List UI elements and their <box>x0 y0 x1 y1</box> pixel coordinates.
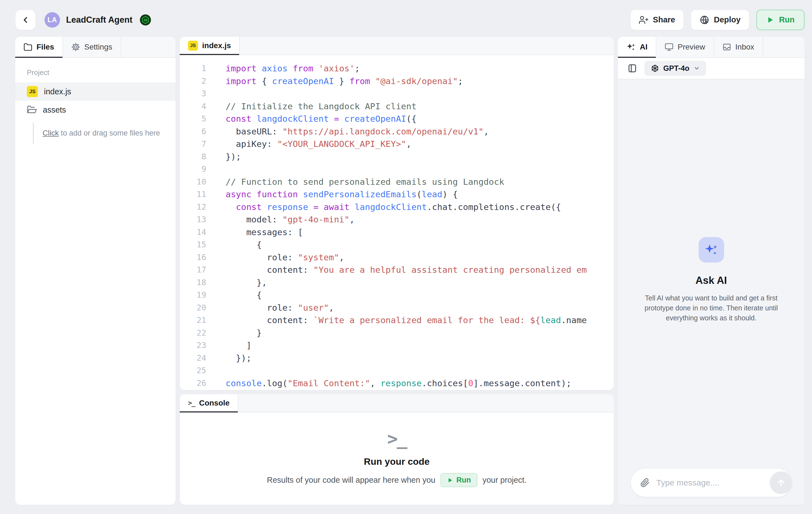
line-number: 6 <box>180 125 206 138</box>
play-icon <box>447 477 453 483</box>
chevron-left-icon <box>21 15 30 25</box>
chat-input-bar <box>631 468 792 497</box>
back-button[interactable] <box>15 10 36 30</box>
sidebar-tabstrip: Files Settings <box>15 37 176 58</box>
folder-icon <box>24 43 32 51</box>
file-tree: Project JS index.js assets Click to add … <box>15 58 176 143</box>
javascript-file-icon: JS <box>188 40 198 51</box>
code-line <box>226 364 614 377</box>
line-number: 16 <box>180 251 206 264</box>
code-line: async function sendPersonalizedEmails(le… <box>226 188 614 201</box>
code-line: // Function to send personalized emails … <box>226 176 614 188</box>
code-line: role: "user", <box>226 301 614 314</box>
tab-console[interactable]: >_ Console <box>180 394 238 412</box>
arrow-up-icon <box>776 478 786 488</box>
line-number: 17 <box>180 264 206 276</box>
console-empty-title: Run your code <box>364 456 430 467</box>
line-number: 13 <box>180 213 206 226</box>
ai-empty-state: Ask AI Tell AI what you want to build an… <box>618 237 805 323</box>
editor-tabstrip: JS index.js <box>180 37 614 55</box>
globe-deploy-icon <box>699 15 709 25</box>
code-line: import axios from 'axios'; <box>226 62 614 75</box>
monitor-icon <box>665 43 673 51</box>
code-line: content: "You are a helpful assistant cr… <box>226 264 614 276</box>
tab-inbox-label: Inbox <box>735 43 754 51</box>
line-number: 7 <box>180 138 206 151</box>
line-number: 15 <box>180 239 206 251</box>
code-line: // Initialize the Langdock API client <box>226 100 614 113</box>
line-number: 8 <box>180 151 206 163</box>
file-name: index.js <box>44 87 71 96</box>
tab-inbox[interactable]: Inbox <box>714 37 763 57</box>
message-input[interactable] <box>656 478 763 487</box>
ai-panel-body: Ask AI Tell AI what you want to build an… <box>618 79 805 505</box>
terminal-icon: >_ <box>188 399 195 407</box>
line-number: 19 <box>180 289 206 301</box>
code-line: const response = await langdockClient.ch… <box>226 201 614 214</box>
sparkles-icon <box>704 243 719 257</box>
console-tabstrip-filler <box>238 394 614 412</box>
file-row-indexjs[interactable]: JS index.js <box>15 82 176 101</box>
line-number: 11 <box>180 188 206 201</box>
code-line: messages: [ <box>226 226 614 239</box>
line-number: 18 <box>180 276 206 289</box>
code-line: { <box>226 289 614 301</box>
code-line: role: "system", <box>226 251 614 264</box>
files-sidebar: Files Settings Project JS index.js <box>15 37 176 505</box>
openai-logo-icon <box>650 64 659 73</box>
line-number: 4 <box>180 100 206 113</box>
tab-settings[interactable]: Settings <box>63 37 121 57</box>
console-empty-state: >_ Run your code Results of your code wi… <box>180 412 614 505</box>
panel-toggle-button[interactable] <box>627 63 637 73</box>
tab-ai[interactable]: AI <box>618 37 656 57</box>
code-line: baseURL: "https://api.langdock.com/opena… <box>226 125 614 138</box>
line-number: 22 <box>180 327 206 340</box>
ai-panel: AI Preview Inbox <box>618 37 805 505</box>
tab-preview-label: Preview <box>678 43 705 51</box>
code-editor[interactable]: 1234567891011121314151617181920212223242… <box>180 55 614 390</box>
ask-ai-title: Ask AI <box>696 275 727 286</box>
line-number: 14 <box>180 226 206 239</box>
user-plus-icon <box>639 15 648 25</box>
model-selector[interactable]: GPT-4o <box>644 61 706 76</box>
code-line: }); <box>226 151 614 163</box>
tab-preview[interactable]: Preview <box>656 37 714 57</box>
line-number: 9 <box>180 163 206 176</box>
attach-button[interactable] <box>640 478 650 487</box>
code-line: { <box>226 239 614 251</box>
console-panel: >_ Console >_ Run your code Results of y… <box>180 394 614 505</box>
folder-row-assets[interactable]: assets <box>15 101 176 119</box>
code-line: apiKey: "<YOUR_LANGDOCK_API_KEY>", <box>226 138 614 151</box>
code-line: const langdockClient = createOpenAI({ <box>226 113 614 125</box>
console-empty-hint: Results of your code will appear here wh… <box>267 473 526 487</box>
ai-sparkles-tile <box>699 237 724 263</box>
code-line: }, <box>226 276 614 289</box>
svg-text:JS: JS <box>144 18 148 22</box>
line-number: 5 <box>180 113 206 125</box>
inbox-icon <box>722 43 731 51</box>
tab-files-label: Files <box>36 43 54 51</box>
deploy-button[interactable]: Deploy <box>691 10 749 30</box>
run-label: Run <box>779 15 794 24</box>
tab-files[interactable]: Files <box>15 37 63 57</box>
click-to-add-link[interactable]: Click <box>42 129 59 137</box>
ai-toolbar: GPT-4o <box>618 58 805 79</box>
code-line: }); <box>226 352 614 364</box>
share-button[interactable]: Share <box>630 10 684 30</box>
line-number: 10 <box>180 176 206 188</box>
line-number: 3 <box>180 87 206 100</box>
run-button[interactable]: Run <box>756 10 805 30</box>
console-tab-label: Console <box>199 399 230 407</box>
ask-ai-description: Tell AI what you want to build and get a… <box>644 293 779 323</box>
folder-open-icon <box>27 105 37 115</box>
line-number: 21 <box>180 314 206 327</box>
code-area: import axios from 'axios';import { creat… <box>206 62 614 390</box>
tab-indexjs[interactable]: JS index.js <box>180 37 240 54</box>
editor-tabstrip-filler <box>240 37 614 54</box>
send-button[interactable] <box>770 471 792 494</box>
line-numbers: 1234567891011121314151617181920212223242… <box>180 62 206 390</box>
line-number: 24 <box>180 352 206 364</box>
drop-hint-text: to add or drag some files here <box>59 129 160 137</box>
inline-run-button[interactable]: Run <box>440 473 477 487</box>
code-line: console.log("Email Content:", response.c… <box>226 377 614 390</box>
